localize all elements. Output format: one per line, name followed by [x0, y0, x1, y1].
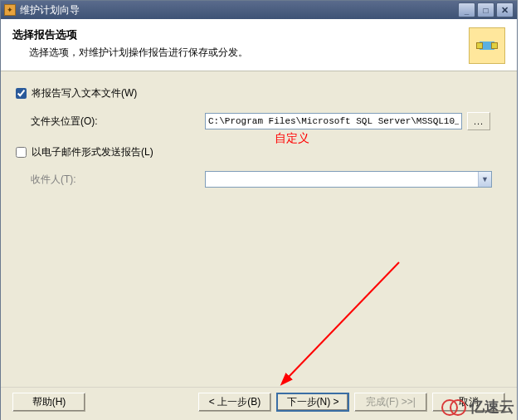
- annotation-custom: 自定义: [275, 131, 309, 146]
- titlebar: ✦ 维护计划向导 _ □ ✕: [1, 1, 517, 19]
- recipient-row: 收件人(T): ▼: [16, 171, 502, 188]
- email-report-row: 以电子邮件形式发送报告(L): [16, 145, 502, 159]
- email-report-label[interactable]: 以电子邮件形式发送报告(L): [32, 145, 153, 159]
- page-title: 选择报告选项: [12, 27, 469, 42]
- wizard-header: 选择报告选项 选择选项，对维护计划操作报告进行保存或分发。: [1, 19, 517, 71]
- cancel-button[interactable]: 取消: [432, 393, 505, 412]
- email-report-checkbox[interactable]: [16, 147, 27, 158]
- chevron-down-icon: ▼: [478, 172, 491, 187]
- button-bar: 帮助(H) < 上一步(B) 下一步(N) > 完成(F) >>| 取消: [1, 387, 517, 420]
- recipient-select[interactable]: ▼: [205, 171, 492, 188]
- wizard-window: ✦ 维护计划向导 _ □ ✕ 选择报告选项 选择选项，对维护计划操作报告进行保存…: [0, 0, 518, 420]
- svg-line-0: [287, 262, 399, 378]
- app-icon: ✦: [4, 4, 16, 16]
- next-button[interactable]: 下一步(N) >: [276, 393, 349, 412]
- wizard-icon: [469, 27, 505, 64]
- maximize-button[interactable]: □: [477, 2, 494, 17]
- window-controls: _ □ ✕: [458, 2, 514, 17]
- minimize-button[interactable]: _: [458, 2, 475, 17]
- close-button[interactable]: ✕: [496, 2, 514, 17]
- folder-input[interactable]: [205, 113, 462, 129]
- finish-button: 完成(F) >>|: [354, 393, 427, 412]
- write-report-checkbox[interactable]: [16, 88, 27, 99]
- page-subtitle: 选择选项，对维护计划操作报告进行保存或分发。: [12, 46, 469, 60]
- recipient-label: 收件人(T):: [31, 173, 205, 187]
- wizard-content: 将报告写入文本文件(W) 文件夹位置(O): ... 以电子邮件形式发送报告(L…: [1, 71, 517, 387]
- write-report-row: 将报告写入文本文件(W): [16, 86, 502, 100]
- folder-label: 文件夹位置(O):: [31, 115, 205, 129]
- browse-button[interactable]: ...: [467, 112, 490, 130]
- help-button[interactable]: 帮助(H): [12, 393, 85, 412]
- write-report-label[interactable]: 将报告写入文本文件(W): [32, 86, 137, 100]
- window-title: 维护计划向导: [20, 3, 458, 17]
- annotation-arrow: [275, 254, 407, 387]
- back-button[interactable]: < 上一步(B): [198, 393, 271, 412]
- folder-row: 文件夹位置(O): ...: [16, 112, 502, 130]
